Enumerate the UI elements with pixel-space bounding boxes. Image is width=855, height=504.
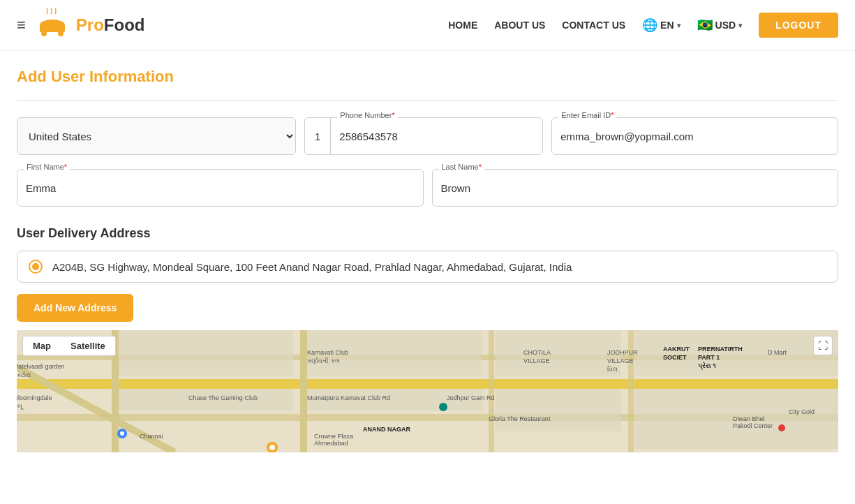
svg-text:Patelvaadi garden: Patelvaadi garden [17,363,65,370]
svg-text:Jodhpur Gam Rd: Jodhpur Gam Rd [447,394,495,401]
svg-text:Ahmedabad: Ahmedabad [314,440,348,447]
nav-home[interactable]: HOME [448,20,477,31]
phone-number-input[interactable] [330,117,543,155]
svg-text:SOCIET: SOCIET [663,354,687,361]
delivery-address-title: User Delivery Address [17,226,838,241]
map-expand-icon[interactable]: ⛶ [813,336,833,355]
svg-text:Gloria The Restaurant: Gloria The Restaurant [489,415,551,422]
svg-text:D Mart: D Mart [768,349,787,356]
currency-label: USD [715,20,736,31]
svg-text:JODHPUR: JODHPUR [607,349,638,356]
svg-text:City Gold: City Gold [789,408,815,415]
brand-name: ProFood [76,15,145,35]
last-name-label: Last Name* [439,163,484,171]
svg-text:Diwan Bhel: Diwan Bhel [733,415,765,422]
svg-rect-19 [496,390,621,431]
lang-label: EN [660,20,674,31]
radio-inner [32,263,39,270]
svg-text:પ્રેરા ૧: પ્રેરા ૧ [698,362,716,370]
svg-rect-9 [300,330,307,452]
svg-point-51 [120,431,124,436]
country-select[interactable]: United States [17,117,296,155]
country-select-wrap: United States [17,117,296,155]
email-input[interactable] [551,117,838,155]
lang-chevron-icon: ▾ [677,22,681,29]
svg-rect-16 [496,330,621,376]
phone-number-label: Phone Number* [337,111,397,119]
svg-text:Karnavati Club: Karnavati Club [307,349,348,356]
map-tab-button[interactable]: Map [23,336,61,355]
svg-text:Crowne Plaza: Crowne Plaza [314,433,353,440]
header-left: ≡ ProFood [17,7,145,43]
phone-group: 1 Phone Number* [304,117,543,155]
address-row: A204B, SG Highway, Mondeal Square, 100 F… [17,251,838,283]
svg-text:CHOTILA: CHOTILA [523,349,551,356]
address-text: A204B, SG Highway, Mondeal Square, 100 F… [52,261,572,273]
first-name-field-wrap: First Name* [17,169,424,207]
first-name-input[interactable] [17,169,424,207]
svg-rect-14 [119,330,293,376]
email-field-wrap: Enter Email ID* [551,117,838,155]
svg-rect-4 [40,28,65,32]
svg-text:Mumatpura Karnavat Club Rd: Mumatpura Karnavat Club Rd [307,394,390,401]
header-nav: HOME ABOUT US CONTACT US 🌐 EN ▾ 🇧🇷 USD ▾… [448,13,838,38]
map-container: Patelvaadi garden રેસ્ટોરા Bloomingdale … [17,330,838,452]
logo-wrap: ProFood [34,7,145,43]
map-background: Patelvaadi garden રેસ્ટોરા Bloomingdale … [17,330,838,452]
hamburger-icon[interactable]: ≡ [17,16,26,34]
svg-point-56 [778,424,785,431]
svg-rect-12 [489,330,494,452]
svg-text:કર્ણાવતી ક્લ: કર્ણાવતી ક્લ [307,357,340,364]
svg-text:ANAND NAGAR: ANAND NAGAR [363,426,410,433]
nav-about[interactable]: ABOUT US [494,20,545,31]
svg-text:AAKRUT: AAKRUT [663,346,690,353]
svg-text:VILLAGE: VILLAGE [607,357,634,364]
svg-text:PART 1: PART 1 [698,354,720,361]
svg-text:VILLAGE: VILLAGE [523,357,550,364]
map-toggle: Map Satellite [22,336,116,356]
svg-text:રેસ્ટોરા: રેસ્ટોરા [17,371,31,378]
phone-field-wrap: Phone Number* [330,117,543,155]
currency-chevron-icon: ▾ [738,22,742,29]
currency-selector[interactable]: 🇧🇷 USD ▾ [697,17,743,33]
last-name-field-wrap: Last Name* [432,169,839,207]
language-selector[interactable]: 🌐 EN ▾ [642,17,680,33]
last-name-input[interactable] [432,169,839,207]
logout-button[interactable]: LOGOUT [759,13,838,38]
svg-text:Channai: Channai [140,433,163,440]
page-title: Add User Information [17,68,838,86]
svg-text:વિલ: વિલ [607,366,618,373]
svg-rect-20 [635,330,838,376]
address-radio[interactable] [29,260,43,274]
svg-text:Chase The Gaming Club: Chase The Gaming Club [188,394,258,401]
add-new-address-button[interactable]: Add New Address [17,294,133,322]
svg-text:Pakodi Center: Pakodi Center [733,422,773,429]
svg-text:PRERNATIRTH: PRERNATIRTH [698,346,743,353]
logo-icon [34,7,70,43]
first-name-label: First Name* [24,163,70,171]
nav-contact[interactable]: CONTACT US [562,20,625,31]
map-visual: Patelvaadi garden રેસ્ટોરા Bloomingdale … [17,330,838,452]
email-label: Enter Email ID* [558,111,616,119]
svg-point-54 [439,403,447,411]
contact-info-row: United States 1 Phone Number* Enter Emai… [17,117,838,155]
svg-text:Bloomingdale: Bloomingdale [17,394,52,401]
section-divider [17,100,838,101]
name-row: First Name* Last Name* [17,169,838,207]
satellite-tab-button[interactable]: Satellite [61,336,115,355]
svg-point-53 [269,445,275,450]
svg-rect-6 [17,379,838,389]
main-content: Add User Information United States 1 Pho… [0,51,855,452]
header: ≡ ProFood HOME ABOUT US [0,0,855,51]
phone-code: 1 [304,117,330,155]
